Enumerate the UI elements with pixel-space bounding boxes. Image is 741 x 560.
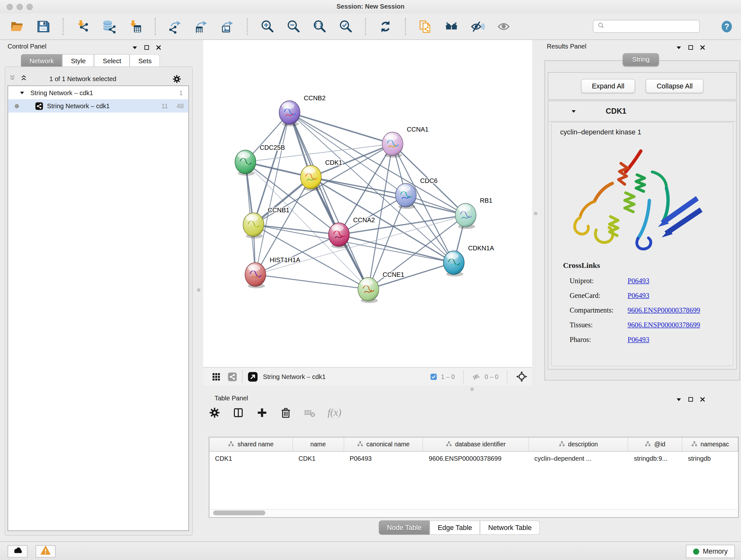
show-columns-icon[interactable] bbox=[232, 407, 244, 418]
network-node-CDKN1A[interactable] bbox=[443, 251, 464, 274]
help-button[interactable]: ? bbox=[719, 19, 735, 34]
table-cell[interactable]: cyclin–dependent ... bbox=[529, 455, 628, 462]
zoom-in-button[interactable] bbox=[260, 19, 275, 34]
gene-card-header[interactable]: CDK1 bbox=[548, 101, 736, 122]
save-session-button[interactable] bbox=[36, 19, 51, 34]
tab-node-table[interactable]: Node Table bbox=[379, 520, 429, 535]
network-node-HIST1H1A[interactable] bbox=[245, 263, 266, 287]
warnings-button[interactable] bbox=[36, 545, 56, 558]
cloud-icon bbox=[12, 545, 23, 558]
column-header-canonical-name[interactable]: canonical name bbox=[344, 437, 423, 451]
network-node-CCNE1[interactable] bbox=[358, 277, 379, 301]
column-header-namespac[interactable]: namespac bbox=[682, 437, 738, 451]
table-horizontal-scrollbar[interactable] bbox=[210, 509, 737, 516]
cloud-status-button[interactable] bbox=[8, 545, 27, 558]
zoom-selected-button[interactable] bbox=[338, 19, 353, 34]
delete-column-icon[interactable] bbox=[280, 407, 292, 418]
edge-count: 48 bbox=[177, 103, 184, 110]
search-field[interactable] bbox=[593, 20, 700, 33]
birdseye-grid-icon[interactable] bbox=[212, 372, 220, 381]
collection-caret-icon[interactable] bbox=[19, 90, 24, 95]
tab-edge-table[interactable]: Edge Table bbox=[429, 520, 480, 535]
memory-button[interactable]: Memory bbox=[686, 545, 735, 558]
network-canvas[interactable]: CCNB2CCNA1CDC25BCDK1CDC6RB1CCNB1CCNA2CDK… bbox=[203, 40, 532, 367]
home-button[interactable] bbox=[444, 19, 459, 34]
network-graph[interactable]: CCNB2CCNA1CDC25BCDK1CDC6RB1CCNB1CCNA2CDK… bbox=[203, 40, 532, 367]
open-session-button[interactable] bbox=[10, 19, 25, 34]
column-header-database-identifier[interactable]: database identifier bbox=[423, 437, 529, 451]
network-node-CDK1[interactable] bbox=[300, 165, 321, 189]
export-table-button[interactable] bbox=[194, 19, 209, 34]
tab-style[interactable]: Style bbox=[62, 54, 94, 67]
tab-string[interactable]: String bbox=[623, 53, 659, 66]
tab-select[interactable]: Select bbox=[94, 54, 130, 67]
tab-sets[interactable]: Sets bbox=[130, 54, 160, 67]
table-cell[interactable]: 9606.ENSP00000378699 bbox=[423, 455, 529, 462]
show-graphics-button[interactable] bbox=[496, 19, 511, 34]
hide-graphics-button[interactable] bbox=[470, 19, 485, 34]
table-options-gear-icon[interactable] bbox=[209, 407, 220, 418]
search-icon bbox=[597, 22, 605, 31]
crosslink-tissues-link[interactable]: 9606.ENSP00000378699 bbox=[627, 321, 700, 329]
node-label-CCNB2: CCNB2 bbox=[304, 95, 326, 102]
maximize-panel-icon[interactable] bbox=[144, 45, 150, 51]
table-cell[interactable]: P06493 bbox=[344, 455, 423, 462]
hidden-eye-icon[interactable] bbox=[472, 372, 481, 381]
crosslink-uniprot-link[interactable]: P06493 bbox=[627, 277, 649, 285]
right-splitter-handle[interactable] bbox=[534, 212, 537, 215]
bottom-splitter-handle[interactable] bbox=[470, 388, 474, 391]
network-node-CDC25B[interactable] bbox=[235, 150, 256, 174]
collapse-card-caret-icon[interactable] bbox=[571, 109, 576, 113]
zoom-fit-button[interactable] bbox=[312, 19, 327, 34]
tab-network-table[interactable]: Network Table bbox=[480, 520, 540, 535]
column-header--id[interactable]: @id bbox=[628, 437, 682, 451]
table-cell[interactable]: CDK1 bbox=[293, 455, 344, 462]
expand-all-networks-icon[interactable] bbox=[20, 74, 27, 84]
column-header-description[interactable]: description bbox=[529, 437, 628, 451]
network-node-CCNB1[interactable] bbox=[243, 212, 264, 236]
column-header-name[interactable]: name bbox=[293, 437, 344, 451]
network-collection-row[interactable]: String Network – cdk1 1 bbox=[8, 86, 188, 99]
import-network-database-button[interactable] bbox=[102, 19, 117, 34]
collapse-all-button[interactable]: Collapse All bbox=[646, 79, 704, 93]
crosslink-pharos-link[interactable]: P06493 bbox=[627, 336, 649, 344]
export-network-button[interactable] bbox=[167, 19, 183, 34]
network-share-icon[interactable] bbox=[227, 372, 238, 381]
refresh-button[interactable] bbox=[378, 19, 393, 34]
import-network-file-button[interactable] bbox=[76, 19, 91, 34]
network-node-CCNA1[interactable] bbox=[382, 132, 403, 156]
scrollbar-thumb[interactable] bbox=[213, 510, 266, 515]
import-table-button[interactable] bbox=[128, 19, 143, 34]
column-header-shared-name[interactable]: shared name bbox=[209, 437, 293, 451]
float-panel-icon[interactable] bbox=[132, 45, 138, 50]
close-panel-icon[interactable] bbox=[156, 45, 161, 51]
crosslink-compartments-link[interactable]: 9606.ENSP00000378699 bbox=[627, 306, 700, 314]
collapse-all-networks-icon[interactable] bbox=[9, 74, 16, 84]
network-node-CCNA2[interactable] bbox=[328, 223, 349, 246]
network-options-gear-icon[interactable] bbox=[172, 74, 181, 83]
add-column-icon[interactable] bbox=[256, 407, 268, 418]
export-image-button[interactable] bbox=[220, 19, 235, 34]
network-node-RB1[interactable] bbox=[455, 203, 476, 227]
fit-content-crosshair-icon[interactable] bbox=[516, 371, 528, 382]
network-summary-row: 1 of 1 Network selected bbox=[9, 72, 188, 85]
table-row[interactable]: CDK1CDK1P064939606.ENSP00000378699cyclin… bbox=[209, 452, 738, 465]
zoom-out-button[interactable] bbox=[286, 19, 301, 34]
network-node-CDC6[interactable] bbox=[395, 183, 416, 207]
table-cell[interactable]: stringdb:9... bbox=[628, 455, 682, 462]
table-cell[interactable]: stringdb bbox=[682, 455, 738, 462]
network-row[interactable]: String Network – cdk1 11 48 bbox=[8, 99, 188, 113]
copy-documents-button[interactable] bbox=[418, 19, 433, 34]
tab-network[interactable]: Network bbox=[21, 54, 62, 67]
network-selected-summary: 1 of 1 Network selected bbox=[50, 75, 117, 82]
crosslink-row: Uniprot:P06493 bbox=[569, 273, 731, 288]
table-cell[interactable]: CDK1 bbox=[209, 455, 293, 462]
left-splitter-handle[interactable] bbox=[197, 288, 200, 292]
open-in-new-icon[interactable] bbox=[247, 371, 258, 382]
crosslink-genecard-link[interactable]: P06493 bbox=[627, 292, 649, 300]
network-label: String Network – cdk1 bbox=[47, 103, 110, 110]
selected-checkbox-icon[interactable] bbox=[430, 373, 437, 380]
network-node-CCNB2[interactable] bbox=[279, 101, 300, 124]
search-input[interactable] bbox=[608, 22, 695, 30]
expand-all-button[interactable]: Expand All bbox=[581, 79, 635, 93]
